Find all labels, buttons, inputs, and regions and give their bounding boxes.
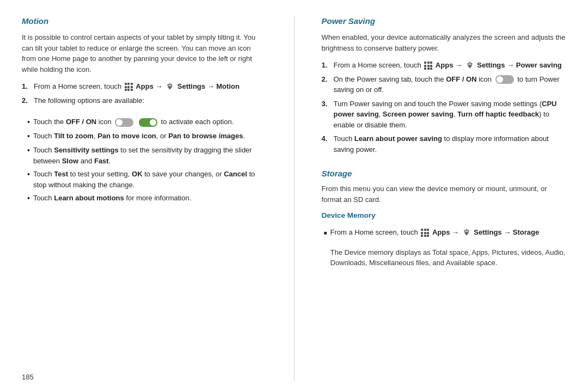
ps-arrow-icon: →: [455, 61, 464, 69]
bullet-test-text: Touch Test to test your setting, OK to s…: [33, 169, 267, 190]
ps-apps-label: Apps: [436, 61, 454, 69]
ps-settings-gear-icon: [465, 62, 474, 70]
dm-bullet-1: From a Home screen, touch Apps → Setting…: [324, 227, 567, 238]
ps-power-saving-bold: Power saving: [516, 61, 562, 69]
column-divider: [294, 16, 295, 381]
device-memory-description: The Device memory displays as Total spac…: [330, 247, 567, 268]
dm-apps-label: Apps: [432, 228, 450, 236]
motion-step-2: 2. The following options are available:: [22, 95, 267, 106]
motion-step-1: 1. From a Home screen, touch Apps → Sett: [22, 81, 267, 92]
apps-label: Apps: [136, 82, 154, 90]
toggle-on-icon: [139, 118, 157, 127]
bullet-off-on: Touch the OFF / ON icon to activate each…: [27, 117, 267, 128]
apps-grid-icon: [125, 83, 133, 91]
bullet-learn-motions: Touch Learn about motions for more infor…: [27, 193, 267, 204]
ps-arrow2-icon: →: [507, 61, 516, 69]
bullet-text: Touch the OFF / ON icon to activate each…: [33, 117, 234, 127]
ps-step-2: 2. On the Power saving tab, touch the OF…: [322, 74, 567, 95]
page-number: 185: [22, 373, 34, 381]
arrow-icon: →: [155, 82, 164, 90]
device-memory-bullets: From a Home screen, touch Apps → Setting…: [324, 227, 567, 241]
motion-intro: It is possible to control certain aspect…: [22, 32, 267, 75]
ps-step-num-2: 2.: [322, 74, 330, 95]
bullet-test: Touch Test to test your setting, OK to s…: [27, 169, 267, 190]
arrow2-icon: →: [207, 82, 217, 90]
power-saving-intro: When enabled, your device automatically …: [322, 32, 567, 53]
bullet-learn-text: Touch Learn about motions for more infor…: [33, 193, 191, 204]
ps-step-num-1: 1.: [322, 60, 330, 71]
ps-step-3: 3. Turn Power saving on and touch the Po…: [322, 99, 567, 131]
toggle-off-icon: [115, 118, 133, 127]
motion-title: Motion: [22, 16, 267, 26]
step-content: From a Home screen, touch Apps → Setting…: [34, 81, 240, 92]
dm-arrow2-icon: →: [504, 228, 513, 236]
step-num-2: 2.: [22, 95, 30, 106]
power-saving-steps: 1. From a Home screen, touch Apps → Sett: [322, 60, 567, 158]
ps-settings-label: Settings: [477, 61, 505, 69]
dm-bullet-text: From a Home screen, touch Apps → Setting…: [330, 227, 540, 238]
ps-step-1-content: From a Home screen, touch Apps → Setting…: [334, 60, 562, 71]
device-memory-title: Device Memory: [322, 211, 567, 219]
bullet-sensitivity: Touch Sensitivity settings to set the se…: [27, 145, 267, 166]
dm-storage-bold: Storage: [513, 228, 539, 236]
dm-settings-label: Settings: [474, 228, 501, 236]
ps-step-2-text: On the Power saving tab, touch the OFF /…: [334, 74, 567, 95]
dm-settings-gear-icon: [462, 229, 471, 237]
ps-step-4-text: Touch Learn about power saving to displa…: [334, 133, 567, 155]
ps-apps-grid-icon: [424, 62, 432, 70]
bullet-tilt: Touch Tilt to zoom, Pan to move icon, or…: [27, 131, 267, 142]
bullet-tilt-text: Touch Tilt to zoom, Pan to move icon, or…: [33, 131, 245, 142]
ps-step-1: 1. From a Home screen, touch Apps → Sett: [322, 60, 567, 71]
motion-bold: Motion: [216, 82, 240, 90]
motion-bullets: Touch the OFF / ON icon to activate each…: [27, 117, 267, 207]
settings-label: Settings: [177, 82, 205, 90]
motion-steps: 1. From a Home screen, touch Apps → Sett: [22, 81, 267, 109]
ps-step-4: 4. Touch Learn about power saving to dis…: [322, 133, 567, 155]
storage-title: Storage: [322, 169, 567, 178]
left-column: Motion It is possible to control certain…: [22, 16, 267, 381]
right-column: Power Saving When enabled, your device a…: [322, 16, 567, 381]
power-saving-title: Power Saving: [322, 16, 567, 26]
ps-toggle-icon: [495, 75, 514, 84]
settings-gear-icon: [166, 83, 174, 91]
step-2-text: The following options are available:: [34, 95, 144, 106]
dm-apps-grid-icon: [421, 229, 429, 237]
ps-step-num-3: 3.: [322, 99, 330, 131]
ps-step-3-text: Turn Power saving on and touch the Power…: [334, 99, 567, 131]
dm-arrow-icon: →: [452, 228, 461, 236]
step-num: 1.: [22, 81, 30, 92]
storage-intro: From this menu you can view the device m…: [322, 183, 567, 205]
ps-step-num-4: 4.: [322, 133, 330, 155]
bullet-sensitivity-text: Touch Sensitivity settings to set the se…: [33, 145, 267, 166]
